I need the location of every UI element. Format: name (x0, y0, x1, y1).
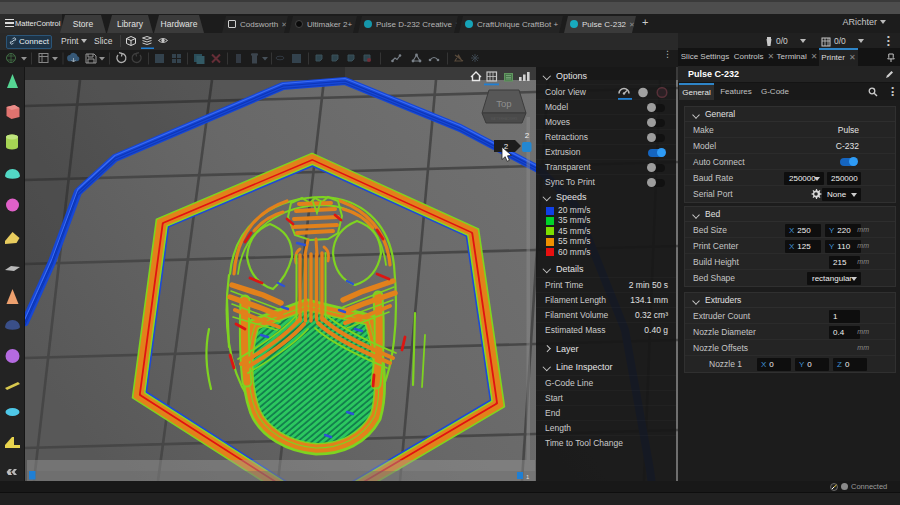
svg-text:Top: Top (496, 98, 511, 109)
svg-text:MATTERHACKERS: MATTERHACKERS (491, 117, 518, 121)
svg-text:2: 2 (525, 131, 530, 140)
